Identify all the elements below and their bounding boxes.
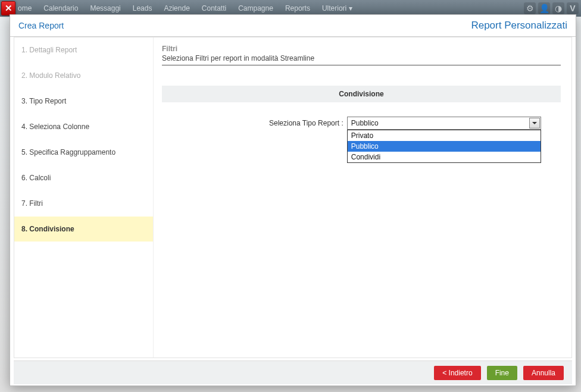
close-icon: ✕ [5, 3, 13, 14]
option-pubblico[interactable]: Pubblico [348, 141, 541, 152]
step-calcoli[interactable]: 6. Calcoli [14, 165, 153, 191]
step-specifica-raggruppamento[interactable]: 5. Specifica Raggruppamento [14, 140, 153, 165]
panel-heading: Filtri [162, 45, 561, 53]
step-tipo-report[interactable]: 3. Tipo Report [14, 89, 153, 114]
modal-title: Crea Report [18, 21, 64, 30]
step-filtri[interactable]: 7. Filtri [14, 191, 153, 217]
step-dettagli-report[interactable]: 1. Dettagli Report [14, 37, 153, 63]
modal-footer: < Indietro Fine Annulla [14, 360, 572, 384]
option-condividi[interactable]: Condividi [348, 152, 541, 162]
brand-icon: V [567, 2, 579, 14]
panel: Filtri Seleziona Filtri per report in mo… [154, 37, 571, 357]
report-type-select[interactable]: Pubblico Privato Pubblico Condividi [347, 117, 541, 130]
modal-header: Crea Report Report Personalizzati [10, 15, 576, 36]
option-privato[interactable]: Privato [348, 130, 541, 141]
chevron-down-icon [529, 118, 540, 128]
user-icon: 👤 [538, 2, 550, 14]
close-button[interactable]: ✕ [1, 1, 15, 15]
modal-subtitle: Report Personalizzati [471, 20, 567, 32]
modal-body: 1. Dettagli Report 2. Modulo Relativo 3.… [10, 37, 576, 358]
step-seleziona-colonne[interactable]: 4. Seleziona Colonne [14, 114, 153, 140]
section-condivisione: Condivisione [162, 86, 561, 102]
create-report-modal: Crea Report Report Personalizzati 1. Det… [10, 14, 576, 386]
report-type-selected-value: Pubblico [351, 119, 379, 127]
back-button[interactable]: < Indietro [434, 366, 480, 380]
report-type-row: Seleziona Tipo Report : Pubblico Privato… [162, 117, 561, 130]
finish-button[interactable]: Fine [487, 366, 517, 380]
report-type-label: Seleziona Tipo Report : [269, 119, 343, 127]
report-type-options: Privato Pubblico Condividi [347, 130, 541, 163]
step-modulo-relativo[interactable]: 2. Modulo Relativo [14, 63, 153, 89]
step-condivisione[interactable]: 8. Condivisione [14, 217, 153, 242]
wizard-steps: 1. Dettagli Report 2. Modulo Relativo 3.… [14, 37, 154, 357]
gear-icon: ⚙ [524, 2, 536, 14]
logo-icon: ◑ [552, 2, 564, 14]
panel-subheading: Seleziona Filtri per report in modalità … [162, 54, 561, 62]
cancel-button[interactable]: Annulla [523, 366, 564, 380]
